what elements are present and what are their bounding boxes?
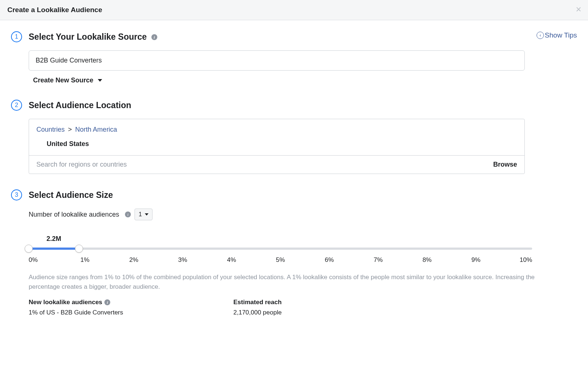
step2-title: Select Audience Location [29,100,131,110]
location-search-row: Browse [29,155,524,174]
breadcrumb-separator: > [68,126,72,133]
close-icon[interactable]: × [576,4,581,14]
chevron-down-icon [98,79,102,82]
selected-country[interactable]: United States [29,137,524,155]
slider-ticks: 0% 1% 2% 3% 4% 5% 6% 7% 8% 9% 10% [29,256,532,264]
breadcrumb-countries[interactable]: Countries [36,126,65,133]
slider-track[interactable] [29,248,532,250]
step-location: 2 Select Audience Location Countries > N… [11,100,577,174]
slider-fill [29,248,79,250]
step1-title-text: Select Your Lookalike Source [29,32,147,42]
location-search-input[interactable] [36,161,493,168]
location-box: Countries > North America United States … [29,119,525,174]
step1-title: Select Your Lookalike Source i [29,32,157,42]
audience-count-value: 1 [139,211,142,218]
info-icon[interactable]: i [104,299,110,305]
tick-8: 8% [420,256,434,264]
tick-9: 9% [469,256,483,264]
modal-content: ‹ Show Tips 1 Select Your Lookalike Sour… [0,20,588,346]
breadcrumb-region[interactable]: North America [75,126,117,133]
step3-title: Select Audience Size [29,190,113,200]
tick-10: 10% [517,256,532,264]
step-source: 1 Select Your Lookalike Source i Create … [11,31,577,84]
audience-count-row: Number of lookalike audiences i 1 [29,209,577,220]
tick-2: 2% [126,256,141,264]
step-number-2: 2 [11,100,22,111]
create-new-source-dropdown[interactable]: Create New Source [33,77,102,84]
lookalike-source-input[interactable] [29,50,525,71]
modal-header: Create a Lookalike Audience × [0,0,588,20]
summary-new-audiences: New lookalike audiences i 1% of US - B2B… [29,299,123,316]
create-new-source-label: Create New Source [33,77,93,84]
size-slider: 2.2M 0% 1% 2% 3% 4% 5% 6% 7% 8% 9% [29,235,532,264]
modal-title: Create a Lookalike Audience [7,6,581,14]
slider-handle-min[interactable] [25,245,33,253]
summary-row: New lookalike audiences i 1% of US - B2B… [29,299,577,316]
show-tips-label: Show Tips [545,31,577,39]
tick-6: 6% [322,256,337,264]
chevron-down-icon [145,213,148,216]
tick-4: 4% [224,256,239,264]
show-tips-button[interactable]: ‹ Show Tips [537,31,577,39]
audience-count-label: Number of lookalike audiences [29,211,119,218]
step-number-1: 1 [11,31,22,42]
step-size: 3 Select Audience Size Number of lookali… [11,189,577,316]
summary-reach-head: Estimated reach [233,299,282,306]
summary-new-head: New lookalike audiences [29,299,102,306]
slider-value-label: 2.2M [46,235,61,243]
audience-count-select[interactable]: 1 [135,209,153,220]
browse-button[interactable]: Browse [493,161,517,168]
location-breadcrumb: Countries > North America [29,119,524,137]
tick-3: 3% [175,256,190,264]
summary-reach: Estimated reach 2,170,000 people [233,299,282,316]
tick-0: 0% [29,256,43,264]
chevron-left-icon: ‹ [537,32,544,39]
tick-1: 1% [78,256,92,264]
tick-5: 5% [273,256,288,264]
summary-reach-value: 2,170,000 people [233,309,282,316]
summary-new-value: 1% of US - B2B Guide Converters [29,309,123,316]
info-icon[interactable]: i [151,34,157,40]
step-number-3: 3 [11,189,22,200]
slider-handle-max[interactable] [75,245,83,253]
size-help-text: Audience size ranges from 1% to 10% of t… [29,273,558,291]
tick-7: 7% [371,256,386,264]
info-icon[interactable]: i [125,211,131,217]
